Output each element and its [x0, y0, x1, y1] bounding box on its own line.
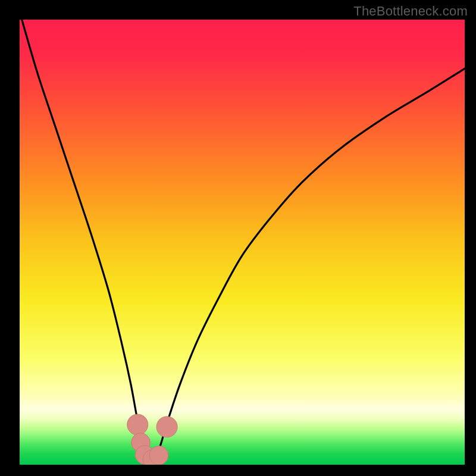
bottleneck-curve	[22, 20, 465, 461]
plot-area	[20, 20, 465, 465]
bottleneck-curve-svg	[20, 20, 465, 465]
chart-frame: TheBottleneck.com	[0, 0, 476, 476]
markers-group	[127, 414, 177, 465]
curve-marker	[127, 414, 148, 435]
curve-marker	[156, 416, 177, 437]
curve-marker	[149, 446, 168, 465]
watermark-text: TheBottleneck.com	[353, 4, 468, 19]
